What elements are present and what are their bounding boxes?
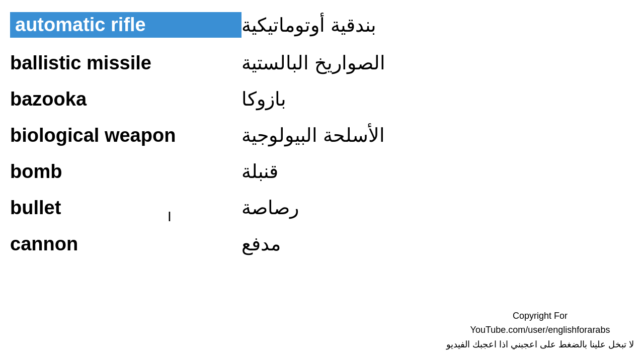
english-term: bazooka — [10, 88, 242, 110]
vocab-row: bazookaبازوكا — [10, 81, 634, 117]
vocab-row: bulletرصاصة — [10, 190, 634, 226]
copyright-line3: لا تبخل علينا بالضغط على اعجبني اذا اعجب… — [446, 339, 634, 349]
arabic-term: بازوكا — [242, 88, 286, 110]
arabic-term: رصاصة — [242, 197, 299, 219]
copyright-line2: YouTube.com/user/englishforarabs — [470, 325, 610, 335]
copyright-line1: Copyright For — [513, 311, 568, 321]
english-term: bullet — [10, 197, 242, 219]
english-term: biological weapon — [10, 125, 242, 146]
arabic-term: بندقية أوتوماتيكية — [242, 14, 376, 36]
vocabulary-list: automatic rifleبندقية أوتوماتيكيةballist… — [0, 0, 644, 267]
vocab-row: bombقنبلة — [10, 153, 634, 190]
english-term: cannon — [10, 233, 242, 255]
english-term: ballistic missile — [10, 52, 242, 74]
english-term: bomb — [10, 161, 242, 183]
copyright-notice: Copyright For YouTube.com/user/englishfo… — [446, 309, 634, 352]
arabic-term: الأسلحة البيولوجية — [242, 124, 385, 146]
vocab-row: automatic rifleبندقية أوتوماتيكية — [10, 5, 634, 45]
arabic-term: مدفع — [242, 233, 281, 255]
arabic-term: قنبلة — [242, 160, 278, 183]
vocab-row: biological weaponالأسلحة البيولوجية — [10, 117, 634, 153]
arabic-term: الصواريخ البالستية — [242, 52, 385, 74]
english-term: automatic rifle — [10, 12, 242, 38]
vocab-row: ballistic missileالصواريخ البالستية — [10, 45, 634, 81]
vocab-row: cannonمدفع — [10, 226, 634, 262]
